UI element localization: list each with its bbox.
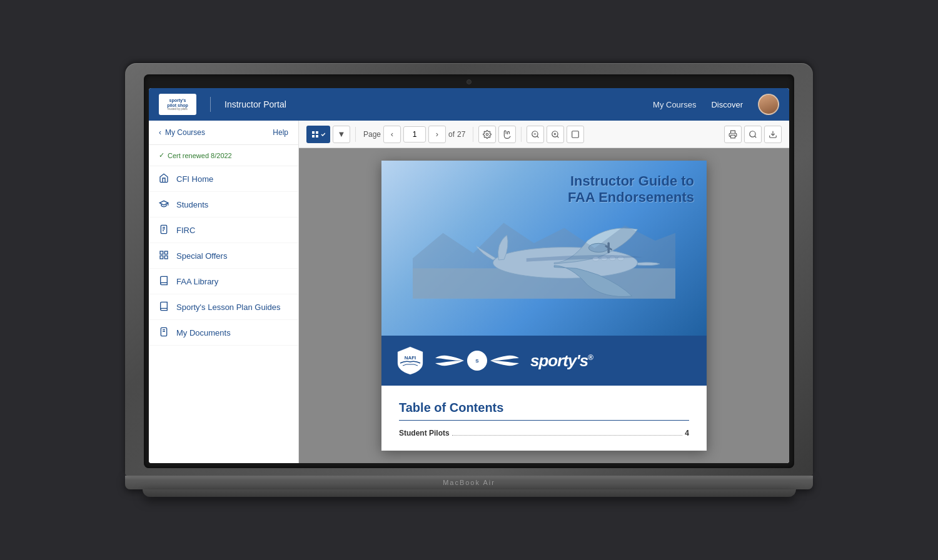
webcam	[466, 79, 472, 84]
pdf-toolbar: ▼ Page ‹ › of 27	[299, 121, 789, 148]
nafi-logo: NAFI	[396, 346, 424, 376]
logo-box: sporty's pilot shop trusted by pilots	[159, 94, 196, 115]
zoom-in-button[interactable]	[547, 126, 564, 143]
home-icon	[159, 173, 170, 184]
search-button[interactable]	[744, 126, 762, 143]
sidebar: ‹ My Courses Help ✓ Cert renewed 8/2022	[149, 121, 299, 463]
logo-text2: pilot shop	[167, 103, 188, 108]
pdf-page: Instructor Guide to FAA Endorsements	[381, 161, 707, 451]
help-link[interactable]: Help	[273, 128, 288, 137]
print-button[interactable]	[724, 126, 742, 143]
book-icon	[159, 276, 170, 287]
logo-text: sporty's	[167, 98, 188, 103]
view-mode-button[interactable]	[306, 126, 330, 143]
page-label: Page	[363, 130, 381, 139]
sidebar-item-special-offers[interactable]: Special Offers	[149, 243, 298, 269]
svg-text:NAFI: NAFI	[405, 355, 416, 361]
view-dropdown-button[interactable]: ▼	[333, 126, 350, 143]
logo-area: sporty's pilot shop trusted by pilots In…	[159, 94, 286, 115]
page-control: Page ‹ › of 27	[363, 126, 465, 143]
svg-rect-7	[164, 256, 168, 259]
nav-divider	[210, 97, 211, 112]
toolbar-sep-1	[355, 127, 356, 142]
svg-line-17	[537, 136, 539, 138]
sidebar-item-cfi-home[interactable]: CFI Home	[149, 166, 298, 192]
total-pages: 27	[457, 130, 465, 139]
svg-rect-13	[312, 135, 315, 138]
sidebar-item-label: Special Offers	[176, 251, 227, 261]
grid-icon	[159, 250, 170, 261]
laptop-base: MacBook Air	[125, 476, 813, 489]
sidebar-back-button[interactable]: ‹ My Courses	[159, 128, 205, 137]
top-nav: sporty's pilot shop trusted by pilots In…	[149, 88, 789, 121]
toc-title: Table of Contents	[399, 401, 689, 421]
sidebar-item-my-documents[interactable]: My Documents	[149, 320, 298, 346]
nafi-shield-icon: NAFI	[396, 346, 424, 376]
sidebar-item-lesson-plans[interactable]: Sporty's Lesson Plan Guides	[149, 294, 298, 320]
back-label: My Courses	[165, 128, 205, 137]
svg-line-20	[557, 136, 559, 138]
prev-page-button[interactable]: ‹	[383, 126, 401, 143]
wings-left-icon	[434, 353, 465, 368]
laptop-lid: sporty's pilot shop trusted by pilots In…	[125, 63, 813, 476]
svg-point-15	[487, 133, 489, 136]
fit-page-button[interactable]	[567, 126, 584, 143]
toolbar-sep-2	[473, 127, 473, 142]
svg-rect-6	[160, 256, 163, 259]
svg-rect-23	[572, 131, 579, 138]
avatar-image	[759, 95, 778, 114]
toc-page-number: 4	[685, 429, 689, 438]
document-icon	[159, 224, 170, 236]
my-courses-nav-link[interactable]: My Courses	[653, 100, 696, 109]
cert-notice: ✓ Cert renewed 8/2022	[149, 145, 298, 166]
cert-notice-text: Cert renewed 8/2022	[168, 152, 232, 159]
graduation-cap-icon	[159, 199, 170, 210]
sidebar-item-students[interactable]: Students	[149, 192, 298, 218]
user-avatar[interactable]	[758, 94, 779, 115]
sidebar-item-faa-library[interactable]: FAA Library	[149, 269, 298, 294]
next-page-button[interactable]: ›	[428, 126, 446, 143]
toc-item-label: Student Pilots	[399, 429, 450, 438]
sportys-brand-text: sporty's®	[530, 351, 593, 371]
pdf-toc: Table of Contents Student Pilots 4	[381, 386, 707, 450]
zoom-out-button[interactable]	[527, 126, 544, 143]
svg-rect-14	[316, 135, 318, 138]
nav-right: My Courses Discover	[653, 94, 779, 115]
download-button[interactable]	[764, 126, 782, 143]
sidebar-item-label: FAA Library	[176, 277, 218, 286]
logo-subtext: trusted by pilots	[167, 108, 188, 111]
svg-rect-12	[316, 131, 318, 134]
screen-content: sporty's pilot shop trusted by pilots In…	[149, 88, 789, 463]
pan-button[interactable]	[498, 126, 516, 143]
pdf-viewer: ▼ Page ‹ › of 27	[299, 121, 789, 463]
settings-button[interactable]	[478, 126, 496, 143]
of-label: of	[448, 130, 455, 139]
page-input[interactable]	[403, 126, 426, 142]
sidebar-item-label: Sporty's Lesson Plan Guides	[176, 302, 281, 312]
portal-title: Instructor Portal	[224, 99, 286, 109]
wings-right-icon	[489, 353, 520, 368]
book-icon-2	[159, 301, 170, 312]
svg-line-26	[755, 136, 757, 138]
cover-title-line1: Instructor Guide to	[568, 173, 694, 189]
cover-title-line2: FAA Endorsements	[568, 189, 694, 206]
laptop-foot	[143, 489, 796, 497]
pdf-cover-image: Instructor Guide to FAA Endorsements	[381, 161, 707, 336]
screen-bezel: sporty's pilot shop trusted by pilots In…	[144, 74, 794, 468]
main-area: ‹ My Courses Help ✓ Cert renewed 8/2022	[149, 121, 789, 463]
document-icon-2	[159, 327, 170, 338]
laptop-brand: MacBook Air	[443, 479, 495, 486]
pdf-scroll-area[interactable]: Instructor Guide to FAA Endorsements	[299, 148, 789, 463]
sidebar-item-firc[interactable]: FIRC	[149, 218, 298, 243]
sidebar-item-label: CFI Home	[176, 174, 213, 184]
sidebar-item-label: FIRC	[176, 226, 195, 235]
cover-title-overlay: Instructor Guide to FAA Endorsements	[568, 173, 694, 206]
svg-rect-24	[731, 135, 735, 138]
discover-nav-link[interactable]: Discover	[711, 100, 743, 109]
toolbar-right	[724, 126, 782, 143]
svg-rect-4	[160, 251, 163, 254]
svg-point-25	[750, 131, 755, 136]
svg-rect-5	[164, 251, 168, 254]
back-chevron-icon: ‹	[159, 128, 161, 137]
sidebar-item-label: Students	[176, 200, 208, 209]
